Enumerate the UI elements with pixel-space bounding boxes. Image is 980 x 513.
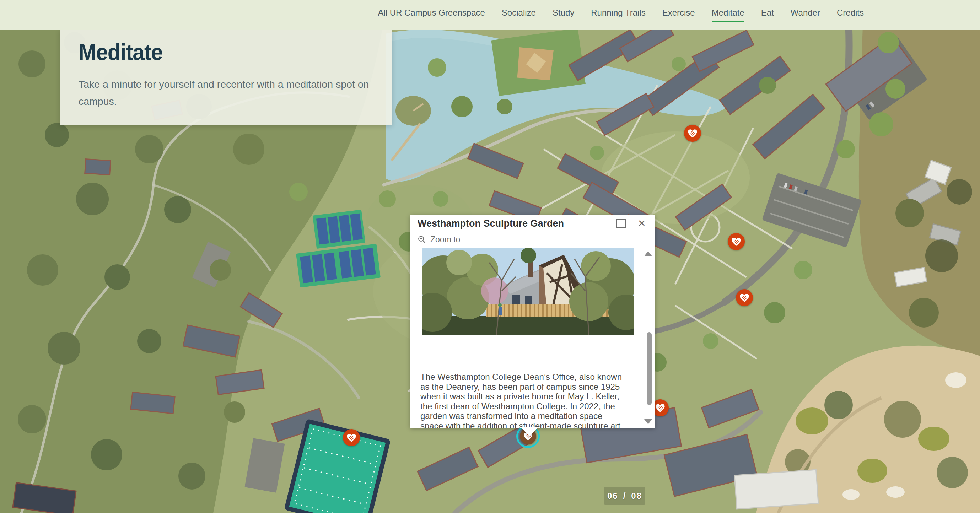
nav-tab-all-ur-campus-greenspace[interactable]: All UR Campus Greenspace: [378, 8, 485, 22]
popup-header: Westhampton Sculpture Garden ✕: [410, 215, 655, 232]
close-icon: ✕: [638, 219, 646, 229]
zoom-to-link[interactable]: Zoom to: [430, 235, 460, 245]
scroll-up-arrow[interactable]: [644, 251, 652, 256]
nav-tab-credits[interactable]: Credits: [837, 8, 864, 22]
section-intro-panel: Meditate Take a minute for yourself and …: [60, 30, 392, 125]
map-marker-heart[interactable]: [684, 125, 701, 142]
nav-tab-meditate[interactable]: Meditate: [712, 8, 745, 22]
slide-counter: 06 / 08: [604, 487, 645, 505]
page-title: Meditate: [78, 39, 356, 65]
nav-tab-eat[interactable]: Eat: [761, 8, 774, 22]
close-popup-button[interactable]: ✕: [636, 218, 648, 230]
popup-actions: Zoom to: [410, 232, 655, 247]
scrollbar-thumb[interactable]: [647, 332, 652, 405]
popup-content[interactable]: The Westhampton College Dean’s Office, a…: [410, 247, 655, 428]
slide-separator: /: [623, 491, 627, 501]
zoom-to-icon: [417, 235, 426, 244]
nav-tab-wander[interactable]: Wander: [791, 8, 820, 22]
dock-icon: [617, 219, 626, 228]
top-nav-bar: All UR Campus Greenspace Socialize Study…: [0, 0, 980, 30]
popup-photo-deanery: [422, 248, 633, 335]
nav-tab-socialize[interactable]: Socialize: [502, 8, 536, 22]
popup-pointer: [521, 427, 538, 436]
map-marker-heart[interactable]: [728, 233, 745, 250]
popup-title: Westhampton Sculpture Garden: [417, 218, 606, 229]
main-navigation: All UR Campus Greenspace Socialize Study…: [378, 8, 864, 22]
nav-tab-running-trails[interactable]: Running Trails: [591, 8, 645, 22]
map-marker-heart[interactable]: [343, 429, 360, 446]
nav-tab-study[interactable]: Study: [552, 8, 574, 22]
popup-description: The Westhampton College Dean’s Office, a…: [420, 372, 627, 428]
slide-total: 08: [631, 491, 642, 501]
feature-popup: Westhampton Sculpture Garden ✕ Zoom to: [410, 215, 655, 428]
tennis-courts-upper: [313, 210, 365, 249]
page-description: Take a minute for yourself and recenter …: [78, 76, 374, 110]
nav-tab-exercise[interactable]: Exercise: [662, 8, 695, 22]
dock-popup-button[interactable]: [615, 218, 627, 230]
scroll-down-arrow[interactable]: [644, 419, 652, 424]
map-marker-heart[interactable]: [736, 289, 753, 306]
slide-current: 06: [607, 491, 618, 501]
